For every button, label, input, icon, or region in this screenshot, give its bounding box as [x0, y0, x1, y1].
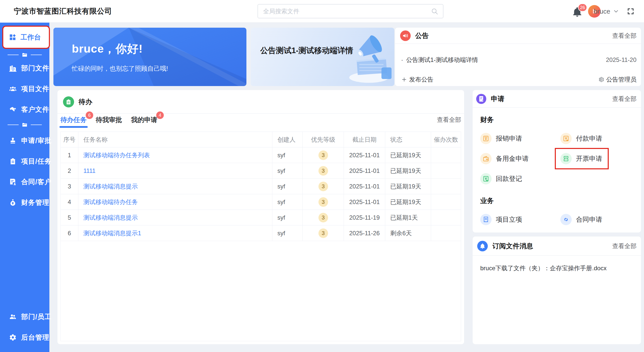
cell-deadline: 2025-11-01	[344, 147, 385, 163]
plus-icon	[401, 76, 407, 83]
sidebar-group-admin: 部门/员工后台管理	[0, 306, 49, 348]
wallet-icon	[480, 153, 492, 164]
announcement-banner[interactable]: 公告测试1-测试移动端详情	[251, 28, 394, 86]
cell-creator: syf	[272, 163, 303, 178]
subscribe-panel-title: 订阅文件消息	[492, 242, 533, 251]
sidebar-item-label: 项目/任务	[21, 157, 52, 166]
sidebar-item-dept-staff[interactable]: 部门/员工	[0, 306, 49, 327]
sidebar-item-apply-approve[interactable]: 申请/审批	[0, 130, 49, 151]
priority-badge: 3	[318, 182, 328, 191]
notice-view-all[interactable]: 查看全部	[612, 32, 636, 40]
app-item-receipt-register[interactable]: 回款登记	[480, 169, 560, 189]
priority-badge: 3	[318, 166, 328, 176]
sidebar: 工作台 部门文件项目文件客户文件 申请/审批项目/任务合同/客户财务管理 部门/…	[0, 23, 49, 352]
sidebar-item-label: 部门/员工	[21, 312, 52, 321]
table-row: 6测试移动端消息提示1syf32025-11-26剩余6天	[61, 225, 461, 241]
cell-deadline: 2025-11-26	[344, 225, 385, 241]
sidebar-item-label: 合同/客户	[21, 177, 52, 186]
task-link[interactable]: 1111	[83, 167, 95, 174]
fullscreen-icon[interactable]	[627, 8, 634, 15]
tab-my-applications[interactable]: 我的申请4	[131, 115, 157, 127]
cell-status: 已延期19天	[385, 179, 431, 194]
subscribe-message: bruce下载了文件（夹）：企存宝操作手册.docx	[480, 263, 636, 273]
task-link[interactable]: 测试移动端消息提示	[83, 182, 138, 190]
tab-todo-tasks[interactable]: 待办任务6	[60, 115, 87, 127]
search-icon	[431, 8, 438, 15]
column-header: 任务名称	[78, 132, 272, 147]
notification-bell-icon[interactable]: 26	[571, 6, 583, 18]
todo-view-all[interactable]: 查看全部	[437, 116, 461, 127]
tab-label: 待办任务	[60, 116, 87, 124]
notice-admin-button[interactable]: 公告管理员	[598, 75, 636, 84]
search-input[interactable]	[258, 8, 431, 15]
task-link[interactable]: 测试移动端待办任务列表	[83, 151, 150, 159]
cell-index: 5	[61, 210, 78, 225]
apply-panel: 申请 查看全部 财务报销申请付款申请备用金申请开票申请回款登记业务项目立项合同申…	[473, 90, 641, 232]
sidebar-item-contract-customer[interactable]: 合同/客户	[0, 172, 49, 192]
task-link[interactable]: 测试移动端消息提示	[83, 214, 138, 222]
building-icon	[9, 64, 17, 72]
cell-task: 测试移动端消息提示	[78, 210, 272, 225]
sidebar-item-finance[interactable]: 财务管理	[0, 192, 49, 213]
tab-pending-approval[interactable]: 待我审批	[96, 115, 122, 127]
doc-lines-icon	[480, 214, 492, 225]
sidebar-item-label: 后台管理	[21, 333, 49, 342]
cell-deadline: 2025-11-01	[344, 163, 385, 178]
folder-icon	[22, 122, 28, 128]
cell-priority: 3	[303, 210, 344, 225]
cell-index: 4	[61, 194, 78, 210]
cell-urge-count	[431, 179, 461, 194]
folder-icon	[22, 52, 28, 58]
company-name: 宁波市智蓝图汇科技有限公司	[14, 0, 112, 23]
cell-task: 测试移动端待办任务列表	[78, 147, 272, 163]
team-icon	[9, 313, 17, 321]
sidebar-item-admin[interactable]: 后台管理	[0, 327, 49, 348]
cell-index: 6	[61, 225, 78, 241]
app-item-reimbursement[interactable]: 报销申请	[480, 128, 560, 148]
dashboard-icon	[9, 33, 16, 41]
announcement-banner-title: 公告测试1-测试移动端详情	[260, 44, 356, 57]
welcome-banner: bruce，你好! 忙碌的同时，也别忘了照顾自己哦!	[53, 28, 246, 86]
cell-priority: 3	[303, 163, 344, 178]
cell-creator: syf	[272, 147, 303, 163]
contract-icon	[9, 178, 17, 186]
app-item-payment[interactable]: 付款申请	[560, 128, 640, 148]
app-item-contract-apply[interactable]: 合同申请	[560, 209, 640, 229]
cell-priority: 3	[303, 147, 344, 163]
publish-notice-button[interactable]: 发布公告	[401, 75, 433, 84]
sidebar-item-project-files[interactable]: 项目文件	[0, 79, 49, 99]
app-item-invoice[interactable]: 开票申请	[560, 148, 640, 169]
subscribe-view-all[interactable]: 查看全部	[612, 242, 636, 250]
section-heading: 财务	[480, 115, 641, 125]
cell-urge-count	[431, 210, 461, 225]
moneybag-icon	[9, 199, 17, 206]
document-edit-icon	[476, 94, 486, 104]
sidebar-item-workbench[interactable]: 工作台	[3, 27, 49, 48]
notification-count-badge: 26	[578, 4, 587, 12]
sidebar-item-label: 项目文件	[21, 84, 49, 93]
column-header: 优先等级	[303, 132, 344, 147]
cell-task: 测试移动端消息提示1	[78, 225, 272, 241]
apply-view-all[interactable]: 查看全部	[612, 95, 636, 103]
welcome-message: 忙碌的同时，也别忘了照顾自己哦!	[72, 64, 168, 73]
app-item-label: 合同申请	[576, 215, 602, 224]
app-item-petty-cash[interactable]: 备用金申请	[480, 148, 560, 169]
section-heading: 业务	[480, 196, 641, 206]
apply-panel-title: 申请	[491, 94, 504, 103]
user-menu[interactable]: bruce	[594, 0, 619, 23]
sidebar-group-business: 申请/审批项目/任务合同/客户财务管理	[0, 130, 49, 213]
stamp-icon	[9, 137, 17, 144]
sidebar-item-dept-files[interactable]: 部门文件	[0, 58, 49, 79]
sidebar-item-customer-files[interactable]: 客户文件	[0, 99, 49, 120]
todo-table: 序号任务名称创建人优先等级截止日期状态催办次数 1测试移动端待办任务列表syf3…	[60, 132, 461, 341]
gear-icon	[9, 334, 17, 341]
cell-deadline: 2025-11-19	[344, 210, 385, 225]
task-link[interactable]: 测试移动端待办任务	[83, 198, 138, 206]
global-search[interactable]	[257, 4, 443, 18]
sidebar-item-project-task[interactable]: 项目/任务	[0, 151, 49, 172]
app-item-project-initiation[interactable]: 项目立项	[480, 209, 560, 229]
notice-item[interactable]: 公告测试1-测试移动端详情 2025-11-20	[395, 54, 641, 65]
sidebar-divider	[0, 52, 49, 58]
task-link[interactable]: 测试移动端消息提示1	[83, 229, 141, 237]
priority-badge: 3	[318, 228, 328, 238]
